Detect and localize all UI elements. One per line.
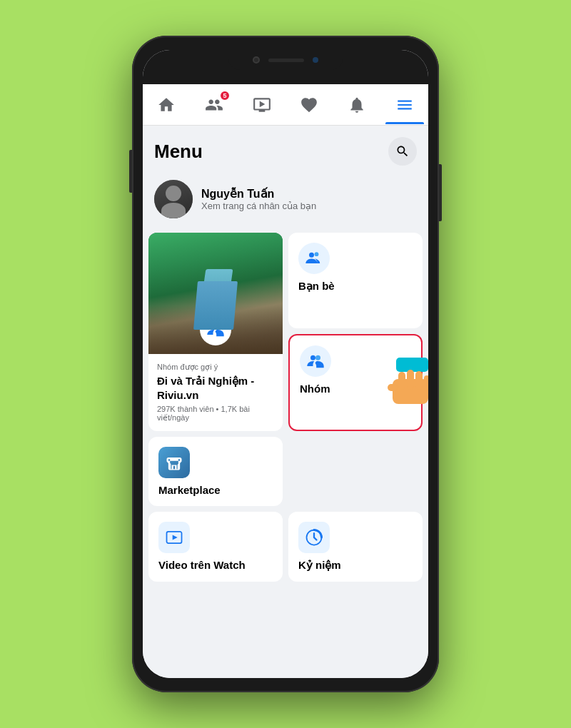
group-card-image xyxy=(148,233,283,354)
sensor xyxy=(313,57,318,63)
notch xyxy=(228,50,343,70)
memories-card-label: Kỷ niệm xyxy=(298,559,341,572)
groups-menu-icon xyxy=(305,351,325,371)
svg-point-5 xyxy=(315,355,320,360)
svg-rect-10 xyxy=(415,371,423,390)
nav-notifications[interactable] xyxy=(338,86,376,124)
svg-rect-8 xyxy=(398,372,405,390)
user-info: Nguyễn Tuấn Xem trang cá nhân của bạn xyxy=(201,187,316,211)
content-area[interactable]: Menu xyxy=(143,126,428,678)
marketplace-card-icon xyxy=(158,447,190,478)
status-bar xyxy=(143,50,428,84)
phone-frame: 5 xyxy=(132,36,439,692)
speaker xyxy=(268,59,304,62)
nav-watch[interactable] xyxy=(243,86,281,124)
memories-icon xyxy=(304,527,324,547)
friends-card[interactable]: Bạn bè xyxy=(288,233,423,328)
user-name: Nguyễn Tuấn xyxy=(201,187,316,201)
group-card-title: Đi và Trải Nghiệm - Riviu.vn xyxy=(157,374,274,402)
group-icon xyxy=(206,320,226,340)
marketplace-icon xyxy=(164,453,184,472)
svg-point-2 xyxy=(309,253,314,258)
memories-card-icon xyxy=(298,522,330,553)
menu-header: Menu xyxy=(143,126,428,171)
hamburger-icon xyxy=(395,96,414,114)
marketplace-card-label: Marketplace xyxy=(158,484,221,496)
watch-card-label: Video trên Watch xyxy=(158,559,246,571)
group-icon-overlay xyxy=(200,314,231,345)
nav-friends[interactable]: 5 xyxy=(195,86,233,124)
friends-card-label: Bạn bè xyxy=(298,280,335,293)
user-subtitle: Xem trang cá nhân của bạn xyxy=(201,201,316,211)
svg-point-4 xyxy=(310,355,315,360)
groups-card-label: Nhóm xyxy=(300,383,330,395)
friends-menu-icon xyxy=(304,248,324,268)
svg-rect-12 xyxy=(388,384,398,391)
svg-point-3 xyxy=(315,252,319,256)
search-icon xyxy=(395,144,410,158)
heart-icon xyxy=(300,96,318,114)
friends-card-icon xyxy=(298,243,330,274)
search-button[interactable] xyxy=(388,137,417,166)
avatar xyxy=(154,180,193,218)
menu-grid-2: Video trên Watch Kỷ niệm xyxy=(143,512,428,587)
svg-rect-9 xyxy=(407,370,414,390)
groups-card[interactable]: Nhóm xyxy=(288,334,423,432)
group-card-tag: Nhóm được gợi ý xyxy=(157,363,274,372)
svg-point-0 xyxy=(211,324,216,329)
watch-card-icon xyxy=(158,522,190,553)
svg-point-1 xyxy=(216,324,221,329)
bell-icon xyxy=(348,96,366,114)
group-card-meta: 297K thành viên • 1,7K bài viết/ngày xyxy=(157,405,274,423)
memories-card[interactable]: Kỷ niệm xyxy=(288,512,423,582)
nav-menu[interactable] xyxy=(385,86,424,124)
menu-title: Menu xyxy=(154,141,203,163)
home-icon xyxy=(157,96,176,114)
watch-icon xyxy=(253,96,271,114)
groups-card-icon xyxy=(300,345,331,377)
watch-card[interactable]: Video trên Watch xyxy=(148,512,283,582)
nav-bar: 5 xyxy=(143,84,428,126)
watch-menu-icon xyxy=(164,527,184,547)
hand-cursor xyxy=(385,358,428,408)
friends-badge: 5 xyxy=(219,90,231,101)
nav-home[interactable] xyxy=(147,86,186,124)
marketplace-card[interactable]: Marketplace xyxy=(148,437,283,506)
suggested-group-card[interactable]: Nhóm được gợi ý Đi và Trải Nghiệm - Rivi… xyxy=(148,233,283,431)
svg-rect-11 xyxy=(424,375,428,391)
phone-screen: 5 xyxy=(143,50,428,678)
front-camera xyxy=(253,56,260,64)
svg-rect-6 xyxy=(396,358,428,372)
nav-dating[interactable] xyxy=(290,86,328,124)
menu-grid: Nhóm được gợi ý Đi và Trải Nghiệm - Rivi… xyxy=(143,227,428,512)
user-profile[interactable]: Nguyễn Tuấn Xem trang cá nhân của bạn xyxy=(143,171,428,227)
group-card-body: Nhóm được gợi ý Đi và Trải Nghiệm - Rivi… xyxy=(148,354,283,431)
